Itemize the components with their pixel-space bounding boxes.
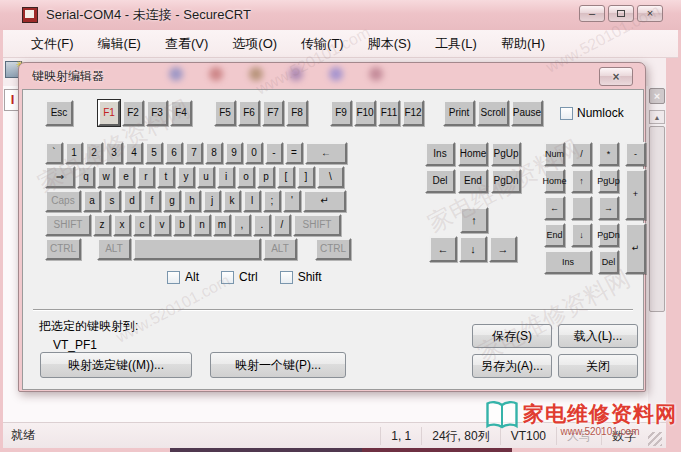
key-bracket-right[interactable]: ]	[297, 166, 315, 188]
key-g[interactable]: g	[163, 190, 181, 212]
key-F9[interactable]: F9	[330, 100, 352, 126]
key-y[interactable]: y	[177, 166, 195, 188]
key-np-divide[interactable]: /	[571, 142, 592, 166]
key-x[interactable]: x	[113, 214, 131, 236]
key-c[interactable]: c	[133, 214, 151, 236]
key-5[interactable]: 5	[145, 142, 163, 164]
key-q[interactable]: q	[77, 166, 95, 188]
key-F3[interactable]: F3	[146, 100, 168, 126]
key-t[interactable]: t	[157, 166, 175, 188]
numlock-option[interactable]: Numlock	[560, 106, 624, 120]
key-np-end[interactable]: End	[544, 223, 565, 247]
key-enter[interactable]: ↵	[303, 190, 346, 212]
key-PgDn[interactable]: PgDn	[491, 169, 521, 193]
key-F2[interactable]: F2	[122, 100, 144, 126]
numlock-checkbox[interactable]	[560, 107, 573, 120]
save-button[interactable]: 保存(S)	[472, 324, 552, 348]
key-F7[interactable]: F7	[262, 100, 284, 126]
shift-checkbox[interactable]	[280, 271, 293, 284]
key-arrow-down[interactable]: ↓	[459, 236, 487, 262]
menu-item-script[interactable]: 脚本(S)	[358, 32, 421, 56]
modifier-alt[interactable]: Alt	[167, 270, 199, 284]
key-u[interactable]: u	[197, 166, 215, 188]
menu-item-edit[interactable]: 编辑(E)	[88, 32, 151, 56]
key-8[interactable]: 8	[205, 142, 223, 164]
key-d[interactable]: d	[123, 190, 141, 212]
key-3[interactable]: 3	[105, 142, 123, 164]
key-np-plus[interactable]: +	[625, 169, 646, 220]
key-z[interactable]: z	[93, 214, 111, 236]
key-equals[interactable]: =	[285, 142, 303, 164]
map-selected-key-button[interactable]: 映射选定键((M))...	[40, 352, 192, 378]
key-h[interactable]: h	[183, 190, 201, 212]
key-np-minus[interactable]: -	[625, 142, 646, 166]
modifier-shift[interactable]: Shift	[280, 270, 322, 284]
key-b[interactable]: b	[173, 214, 191, 236]
key-np-enter[interactable]: ↵	[625, 223, 646, 274]
key-tab[interactable]: ⇒	[45, 166, 75, 188]
key-1[interactable]: 1	[65, 142, 83, 164]
key-np-multiply[interactable]: *	[598, 142, 619, 166]
dialog-close-button[interactable]: ×	[599, 67, 633, 86]
key-np-home[interactable]: Home	[544, 169, 565, 193]
key-Del[interactable]: Del	[425, 169, 455, 193]
key-w[interactable]: w	[97, 166, 115, 188]
key-np-pgdn[interactable]: PgDn	[598, 223, 619, 247]
key-s[interactable]: s	[103, 190, 121, 212]
key-i[interactable]: i	[217, 166, 235, 188]
key-backslash[interactable]: \	[317, 166, 344, 188]
menu-item-help[interactable]: 帮助(H)	[491, 32, 555, 56]
key-7[interactable]: 7	[185, 142, 203, 164]
key-l[interactable]: l	[243, 190, 261, 212]
vertical-scrollbar[interactable]: × ▲	[648, 86, 666, 422]
alt-checkbox[interactable]	[167, 271, 180, 284]
dialog-titlebar[interactable]: 键映射编辑器 ×	[19, 63, 645, 89]
menu-item-transfer[interactable]: 传输(T)	[291, 32, 354, 56]
key-e[interactable]: e	[117, 166, 135, 188]
load-button[interactable]: 载入(L)...	[558, 324, 638, 348]
key-np-left[interactable]: ←	[544, 196, 565, 220]
key-n[interactable]: n	[193, 214, 211, 236]
key-np-ins[interactable]: Ins	[544, 250, 592, 274]
key-Home[interactable]: Home	[458, 142, 488, 166]
key-backtick[interactable]: `	[45, 142, 63, 164]
key-np-up[interactable]: ↑	[571, 169, 592, 193]
key-Ins[interactable]: Ins	[425, 142, 455, 166]
key-arrow-up[interactable]: ↑	[460, 207, 488, 233]
close-button[interactable]: ×	[637, 5, 663, 22]
menu-item-file[interactable]: 文件(F)	[21, 32, 84, 56]
key-F4[interactable]: F4	[170, 100, 192, 126]
key-f[interactable]: f	[143, 190, 161, 212]
resize-grip[interactable]	[648, 432, 662, 446]
menu-item-tools[interactable]: 工具(L)	[425, 32, 487, 56]
restore-button[interactable]	[608, 5, 634, 22]
key-F8[interactable]: F8	[286, 100, 308, 126]
toolbar-close-icon[interactable]: ×	[649, 88, 665, 104]
menu-item-options[interactable]: 选项(O)	[222, 32, 287, 56]
key-arrow-left[interactable]: ←	[429, 236, 457, 262]
key-4[interactable]: 4	[125, 142, 143, 164]
key-6[interactable]: 6	[165, 142, 183, 164]
key-PgUp[interactable]: PgUp	[491, 142, 521, 166]
key-r[interactable]: r	[137, 166, 155, 188]
key-p[interactable]: p	[257, 166, 275, 188]
ctrl-checkbox[interactable]	[221, 271, 234, 284]
key-np-del[interactable]: Del	[598, 250, 619, 274]
key-0[interactable]: 0	[245, 142, 263, 164]
key-np-pgup[interactable]: PgUp	[598, 169, 619, 193]
key-a[interactable]: a	[83, 190, 101, 212]
key-Esc[interactable]: Esc	[45, 100, 73, 126]
key-F5[interactable]: F5	[214, 100, 236, 126]
map-a-key-button[interactable]: 映射一个键(P)...	[210, 352, 346, 378]
dialog-close-action-button[interactable]: 关闭	[558, 354, 638, 378]
menu-item-view[interactable]: 查看(V)	[155, 32, 218, 56]
scrollbar-thumb[interactable]	[649, 126, 665, 312]
key-j[interactable]: j	[203, 190, 221, 212]
key-np-down[interactable]: ↓	[571, 223, 592, 247]
key-Scroll[interactable]: Scroll	[477, 100, 509, 126]
minimize-button[interactable]: –	[579, 5, 605, 22]
key-minus[interactable]: -	[265, 142, 283, 164]
key-Print[interactable]: Print	[443, 100, 475, 126]
key-arrow-right[interactable]: →	[489, 236, 517, 262]
key-9[interactable]: 9	[225, 142, 243, 164]
